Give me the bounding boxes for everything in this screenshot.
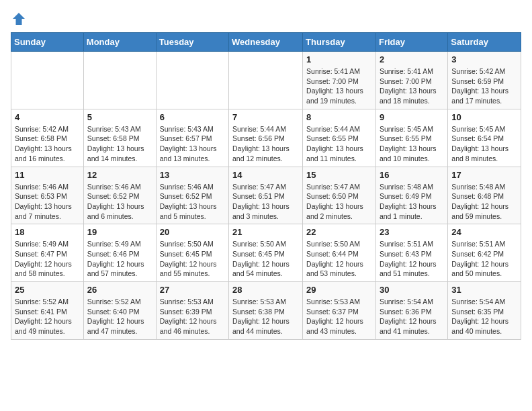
- cell-day-number: 10: [451, 112, 517, 122]
- calendar-table: SundayMondayTuesdayWednesdayThursdayFrid…: [11, 32, 521, 340]
- cell-day-number: 20: [160, 227, 225, 237]
- calendar-cell: 31Sunrise: 5:54 AM Sunset: 6:35 PM Dayli…: [448, 282, 521, 340]
- cell-day-number: 16: [380, 170, 444, 180]
- cell-day-number: 23: [380, 227, 444, 237]
- cell-info: Sunrise: 5:45 AM Sunset: 6:55 PM Dayligh…: [380, 124, 444, 164]
- cell-info: Sunrise: 5:54 AM Sunset: 6:35 PM Dayligh…: [451, 297, 517, 336]
- cell-info: Sunrise: 5:51 AM Sunset: 6:42 PM Dayligh…: [451, 239, 517, 279]
- cell-info: Sunrise: 5:52 AM Sunset: 6:40 PM Dayligh…: [87, 297, 152, 336]
- header: [11, 11, 521, 27]
- cell-day-number: 29: [306, 285, 372, 295]
- calendar-cell: 30Sunrise: 5:54 AM Sunset: 6:36 PM Dayli…: [375, 282, 447, 340]
- cell-info: Sunrise: 5:46 AM Sunset: 6:52 PM Dayligh…: [160, 182, 225, 222]
- cell-day-number: 22: [306, 227, 372, 237]
- col-header-wednesday: Wednesday: [229, 33, 303, 52]
- cell-day-number: 12: [87, 170, 152, 180]
- cell-info: Sunrise: 5:50 AM Sunset: 6:44 PM Dayligh…: [306, 239, 372, 279]
- logo-icon: [11, 11, 27, 27]
- cell-day-number: 13: [160, 170, 225, 180]
- calendar-cell: 3Sunrise: 5:42 AM Sunset: 6:59 PM Daylig…: [448, 52, 521, 109]
- calendar-cell: 19Sunrise: 5:49 AM Sunset: 6:46 PM Dayli…: [83, 224, 156, 282]
- calendar-cell: 9Sunrise: 5:45 AM Sunset: 6:55 PM Daylig…: [375, 109, 447, 167]
- svg-marker-0: [13, 13, 25, 25]
- cell-day-number: 3: [451, 54, 517, 64]
- cell-day-number: 28: [232, 285, 299, 295]
- calendar-cell: 25Sunrise: 5:52 AM Sunset: 6:41 PM Dayli…: [11, 282, 84, 340]
- cell-info: Sunrise: 5:50 AM Sunset: 6:45 PM Dayligh…: [232, 239, 299, 279]
- calendar-cell: 1Sunrise: 5:41 AM Sunset: 7:00 PM Daylig…: [303, 52, 376, 109]
- cell-info: Sunrise: 5:49 AM Sunset: 6:47 PM Dayligh…: [15, 239, 80, 279]
- cell-info: Sunrise: 5:53 AM Sunset: 6:37 PM Dayligh…: [306, 297, 372, 336]
- cell-day-number: 6: [160, 112, 225, 122]
- cell-day-number: 9: [380, 112, 444, 122]
- week-row-3: 11Sunrise: 5:46 AM Sunset: 6:53 PM Dayli…: [11, 167, 521, 224]
- cell-info: Sunrise: 5:43 AM Sunset: 6:58 PM Dayligh…: [87, 124, 152, 164]
- calendar-cell: 13Sunrise: 5:46 AM Sunset: 6:52 PM Dayli…: [156, 167, 228, 224]
- cell-info: Sunrise: 5:50 AM Sunset: 6:45 PM Dayligh…: [160, 239, 225, 279]
- calendar-cell: 26Sunrise: 5:52 AM Sunset: 6:40 PM Dayli…: [83, 282, 156, 340]
- calendar-cell: [229, 52, 303, 109]
- cell-info: Sunrise: 5:42 AM Sunset: 6:59 PM Dayligh…: [451, 66, 517, 106]
- cell-info: Sunrise: 5:45 AM Sunset: 6:54 PM Dayligh…: [451, 124, 517, 164]
- calendar-cell: 2Sunrise: 5:41 AM Sunset: 7:00 PM Daylig…: [375, 52, 447, 109]
- cell-day-number: 17: [451, 170, 517, 180]
- calendar-cell: 29Sunrise: 5:53 AM Sunset: 6:37 PM Dayli…: [303, 282, 376, 340]
- cell-day-number: 15: [306, 170, 372, 180]
- cell-info: Sunrise: 5:42 AM Sunset: 6:58 PM Dayligh…: [15, 124, 80, 164]
- col-header-thursday: Thursday: [303, 33, 376, 52]
- calendar-cell: 6Sunrise: 5:43 AM Sunset: 6:57 PM Daylig…: [156, 109, 228, 167]
- logo: [11, 11, 30, 27]
- cell-info: Sunrise: 5:48 AM Sunset: 6:49 PM Dayligh…: [380, 182, 444, 222]
- cell-day-number: 24: [451, 227, 517, 237]
- cell-day-number: 14: [232, 170, 299, 180]
- calendar-cell: 10Sunrise: 5:45 AM Sunset: 6:54 PM Dayli…: [448, 109, 521, 167]
- calendar-cell: 8Sunrise: 5:44 AM Sunset: 6:55 PM Daylig…: [303, 109, 376, 167]
- week-row-4: 18Sunrise: 5:49 AM Sunset: 6:47 PM Dayli…: [11, 224, 521, 282]
- calendar-cell: 17Sunrise: 5:48 AM Sunset: 6:48 PM Dayli…: [448, 167, 521, 224]
- col-header-friday: Friday: [375, 33, 447, 52]
- cell-info: Sunrise: 5:47 AM Sunset: 6:50 PM Dayligh…: [306, 182, 372, 222]
- cell-info: Sunrise: 5:43 AM Sunset: 6:57 PM Dayligh…: [160, 124, 225, 164]
- calendar-cell: [156, 52, 228, 109]
- calendar-cell: 7Sunrise: 5:44 AM Sunset: 6:56 PM Daylig…: [229, 109, 303, 167]
- cell-info: Sunrise: 5:51 AM Sunset: 6:43 PM Dayligh…: [380, 239, 444, 279]
- cell-info: Sunrise: 5:49 AM Sunset: 6:46 PM Dayligh…: [87, 239, 152, 279]
- cell-day-number: 31: [451, 285, 517, 295]
- cell-day-number: 4: [15, 112, 80, 122]
- calendar-cell: 18Sunrise: 5:49 AM Sunset: 6:47 PM Dayli…: [11, 224, 84, 282]
- cell-info: Sunrise: 5:41 AM Sunset: 7:00 PM Dayligh…: [306, 66, 372, 106]
- calendar-cell: 24Sunrise: 5:51 AM Sunset: 6:42 PM Dayli…: [448, 224, 521, 282]
- cell-info: Sunrise: 5:53 AM Sunset: 6:38 PM Dayligh…: [232, 297, 299, 336]
- col-header-monday: Monday: [83, 33, 156, 52]
- cell-info: Sunrise: 5:53 AM Sunset: 6:39 PM Dayligh…: [160, 297, 225, 336]
- calendar-cell: 21Sunrise: 5:50 AM Sunset: 6:45 PM Dayli…: [229, 224, 303, 282]
- cell-day-number: 5: [87, 112, 152, 122]
- calendar-cell: [83, 52, 156, 109]
- calendar-cell: 11Sunrise: 5:46 AM Sunset: 6:53 PM Dayli…: [11, 167, 84, 224]
- col-header-saturday: Saturday: [448, 33, 521, 52]
- cell-day-number: 7: [232, 112, 299, 122]
- col-header-tuesday: Tuesday: [156, 33, 228, 52]
- calendar-cell: 22Sunrise: 5:50 AM Sunset: 6:44 PM Dayli…: [303, 224, 376, 282]
- calendar-cell: 12Sunrise: 5:46 AM Sunset: 6:52 PM Dayli…: [83, 167, 156, 224]
- cell-info: Sunrise: 5:52 AM Sunset: 6:41 PM Dayligh…: [15, 297, 80, 336]
- calendar-cell: 4Sunrise: 5:42 AM Sunset: 6:58 PM Daylig…: [11, 109, 84, 167]
- calendar-cell: 14Sunrise: 5:47 AM Sunset: 6:51 PM Dayli…: [229, 167, 303, 224]
- cell-info: Sunrise: 5:44 AM Sunset: 6:56 PM Dayligh…: [232, 124, 299, 164]
- calendar-cell: 16Sunrise: 5:48 AM Sunset: 6:49 PM Dayli…: [375, 167, 447, 224]
- cell-day-number: 11: [15, 170, 80, 180]
- header-row: SundayMondayTuesdayWednesdayThursdayFrid…: [11, 33, 521, 52]
- col-header-sunday: Sunday: [11, 33, 84, 52]
- calendar-cell: 20Sunrise: 5:50 AM Sunset: 6:45 PM Dayli…: [156, 224, 228, 282]
- calendar-cell: 27Sunrise: 5:53 AM Sunset: 6:39 PM Dayli…: [156, 282, 228, 340]
- calendar-cell: 28Sunrise: 5:53 AM Sunset: 6:38 PM Dayli…: [229, 282, 303, 340]
- calendar-cell: [11, 52, 84, 109]
- cell-day-number: 26: [87, 285, 152, 295]
- cell-info: Sunrise: 5:41 AM Sunset: 7:00 PM Dayligh…: [380, 66, 444, 106]
- calendar-cell: 5Sunrise: 5:43 AM Sunset: 6:58 PM Daylig…: [83, 109, 156, 167]
- week-row-1: 1Sunrise: 5:41 AM Sunset: 7:00 PM Daylig…: [11, 52, 521, 109]
- cell-day-number: 27: [160, 285, 225, 295]
- calendar-cell: 15Sunrise: 5:47 AM Sunset: 6:50 PM Dayli…: [303, 167, 376, 224]
- cell-day-number: 1: [306, 54, 372, 64]
- week-row-5: 25Sunrise: 5:52 AM Sunset: 6:41 PM Dayli…: [11, 282, 521, 340]
